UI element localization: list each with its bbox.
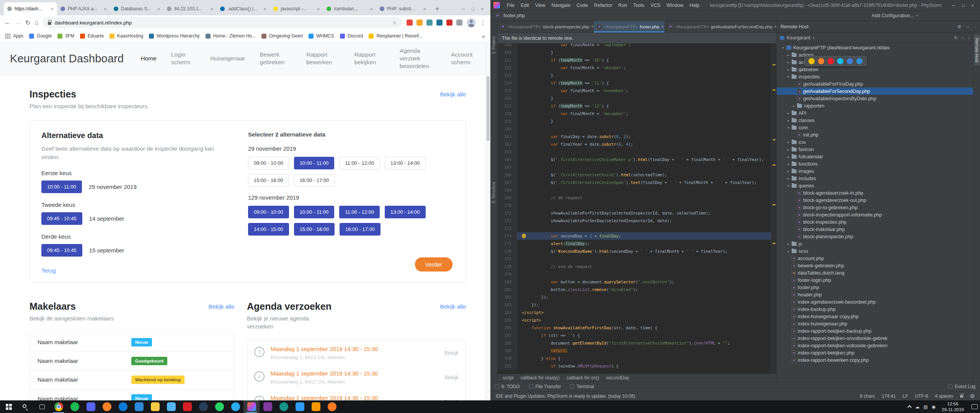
expand-arrow-icon[interactable]: ▸ — [786, 177, 791, 180]
tool-window-button[interactable]: Terminal — [570, 384, 594, 389]
agenda-item[interactable]: ?Maandag 1 september 2019 14:30 - 15:30K… — [247, 341, 466, 365]
tree-item[interactable]: block-inspectierapport-informatie.php — [777, 211, 973, 218]
nav-item[interactable]: Home — [140, 55, 156, 62]
taskbar-file-explorer[interactable] — [147, 400, 163, 413]
browser-tab[interactable]: PHP: substr...× — [376, 2, 430, 15]
inspecties-view-all-link[interactable]: Bekijk alle — [440, 91, 466, 98]
makelaar-row[interactable]: Naam makelaarNieuw — [30, 333, 234, 352]
tab-close-icon[interactable]: × — [51, 6, 54, 12]
intention-bulb-icon[interactable] — [522, 234, 526, 238]
bookmarks-overflow-icon[interactable]: » — [482, 33, 485, 39]
expand-arrow-icon[interactable]: ▸ — [786, 68, 791, 72]
expand-arrow-icon[interactable]: ▸ — [786, 162, 791, 166]
close-icon[interactable]: × — [481, 7, 483, 11]
browser-scrollbar[interactable] — [485, 42, 490, 400]
network-icon[interactable]: ▤ — [923, 404, 928, 410]
task-view-button[interactable] — [34, 400, 51, 413]
tree-item[interactable]: ▸API — [777, 109, 973, 117]
tree-item[interactable]: ▾KeurgarantFTP (dashboard.keurgarant.nl/… — [777, 44, 973, 51]
menu-item[interactable]: Run — [615, 2, 630, 9]
makelaar-row[interactable]: Naam makelaarNieuw — [30, 389, 234, 401]
taskbar-spotify[interactable] — [67, 400, 83, 413]
browser-menu-icon[interactable]: ⋮ — [480, 19, 486, 26]
expand-arrow-icon[interactable]: ▸ — [791, 104, 796, 108]
slot-chip[interactable]: 13:00 - 14:00 — [385, 157, 426, 169]
tree-item[interactable]: index-rapport-bewerken copy.php — [777, 356, 973, 364]
taskbar-discord[interactable] — [83, 400, 99, 413]
expand-arrow-icon[interactable]: ▸ — [786, 119, 791, 122]
bookmark-item[interactable]: Reisplanner | Reisinf... — [369, 33, 423, 39]
nav-item[interactable]: Bewerk gebreken — [260, 51, 292, 66]
tree-item[interactable]: ▸includes — [777, 175, 973, 182]
agenda-item[interactable]: ✓Maandag 1 september 2019 14:30 - 15:30K… — [247, 365, 466, 390]
slot-chip[interactable]: 10:00 - 11:00 — [294, 206, 335, 218]
status-line-ending[interactable]: LF — [903, 393, 908, 399]
slot-chip[interactable]: 15:00 - 16:00 — [294, 223, 335, 236]
chrome-browser-icon[interactable] — [808, 58, 815, 64]
agenda-item[interactable]: ✗Maandag 1 september 2019 14:30 - 15:30K… — [247, 390, 466, 400]
bookmark-star-icon[interactable]: ☆ — [392, 20, 397, 26]
breadcrumb-item[interactable]: callback for ready() — [521, 375, 560, 380]
adblock-extension-icon[interactable] — [407, 20, 413, 26]
tab-close-icon[interactable]: × — [317, 6, 320, 12]
profile-avatar[interactable] — [467, 18, 476, 27]
tree-item[interactable]: ▸js — [777, 240, 973, 247]
bookmark-item[interactable]: Apps — [5, 33, 23, 39]
reload-icon[interactable]: ↻ — [25, 19, 30, 26]
nav-item[interactable]: Rapport bewerken — [306, 51, 340, 66]
taskbar-whatsapp[interactable] — [211, 400, 227, 413]
browser-tab[interactable]: https://dash...× — [4, 2, 57, 15]
tree-item[interactable]: index-rapport-bekijken-voltooide-gebreke… — [777, 342, 973, 349]
browser-tab[interactable]: PHP AJAX a...× — [57, 2, 110, 15]
nav-item[interactable]: Account scherm — [451, 51, 480, 66]
tree-item[interactable]: header.php — [777, 291, 973, 298]
slot-chip[interactable]: 16:00 - 17:00 — [340, 223, 381, 236]
taskbar-photos[interactable] — [163, 400, 179, 413]
expand-arrow-icon[interactable]: ▸ — [786, 140, 791, 144]
safari-browser-icon[interactable] — [847, 58, 853, 64]
expand-arrow-icon[interactable]: ▾ — [786, 184, 791, 188]
expand-arrow-icon[interactable]: ▸ — [786, 242, 791, 246]
hector-icon[interactable] — [970, 394, 975, 398]
tab-close-icon[interactable]: × — [370, 6, 373, 12]
tree-item[interactable]: index-rapport-bekijken.php — [777, 349, 973, 356]
back-icon[interactable]: ← — [5, 19, 11, 26]
time-chip[interactable]: 09:45 - 10:45 — [41, 212, 82, 225]
tab-close-icon[interactable]: × — [157, 6, 160, 12]
bookmark-item[interactable]: Wordpress Hierarchy — [149, 33, 199, 39]
expand-arrow-icon[interactable]: ▸ — [786, 111, 791, 115]
tree-item[interactable]: ▸fullcalendar — [777, 153, 973, 160]
breadcrumb-item[interactable]: callback for on() — [567, 375, 599, 380]
menu-item[interactable]: Help — [686, 2, 702, 9]
tree-item[interactable]: index-huiseigenaar copy.php — [777, 313, 973, 320]
menu-item[interactable]: VCS — [647, 2, 663, 9]
tree-item[interactable]: ▸scss — [777, 247, 973, 255]
tree-item[interactable]: block-inspecties.php — [777, 218, 973, 226]
scrollbar-thumb[interactable] — [487, 76, 490, 141]
tree-item[interactable]: ▸css — [777, 138, 973, 146]
expand-arrow-icon[interactable]: ▾ — [786, 75, 791, 79]
bekijk-link[interactable]: Bekijk — [440, 374, 459, 380]
slot-chip[interactable]: 13:00 - 14:00 — [385, 206, 426, 218]
browser-tab[interactable]: javascript -...× — [270, 2, 323, 15]
nav-item[interactable]: Rapport bekijken — [354, 51, 385, 66]
taskbar-sublime-text[interactable] — [308, 400, 324, 413]
taskbar-edge[interactable] — [115, 400, 131, 413]
puzzle-extension-icon[interactable] — [456, 20, 462, 26]
slot-chip[interactable]: 11:00 - 12:00 — [339, 206, 380, 218]
tree-item[interactable]: init.php — [777, 131, 973, 138]
tree-item[interactable]: ▸functions — [777, 160, 973, 167]
expand-arrow-icon[interactable]: ▾ — [786, 126, 791, 130]
tree-item[interactable]: ▸rapporten — [777, 102, 973, 109]
tree-item[interactable]: getAvailableForFirstDay.php — [777, 80, 973, 88]
refresh-icon[interactable]: ↻ — [954, 35, 958, 41]
bookmark-item[interactable]: WHMCS — [309, 33, 334, 39]
tree-item[interactable]: bewerk-gebreken.php — [777, 262, 973, 269]
upload-icon[interactable]: ↑ — [962, 35, 964, 41]
expand-arrow-icon[interactable]: ▸ — [786, 249, 791, 253]
nav-item[interactable]: Huiseigenaar — [210, 55, 245, 62]
error-stripe[interactable] — [771, 44, 776, 374]
tool-button-structure[interactable]: 2: Structure — [491, 182, 496, 203]
bookmark-item[interactable]: Eduarte — [80, 33, 104, 39]
gear-icon[interactable]: ⚙ — [957, 24, 962, 29]
